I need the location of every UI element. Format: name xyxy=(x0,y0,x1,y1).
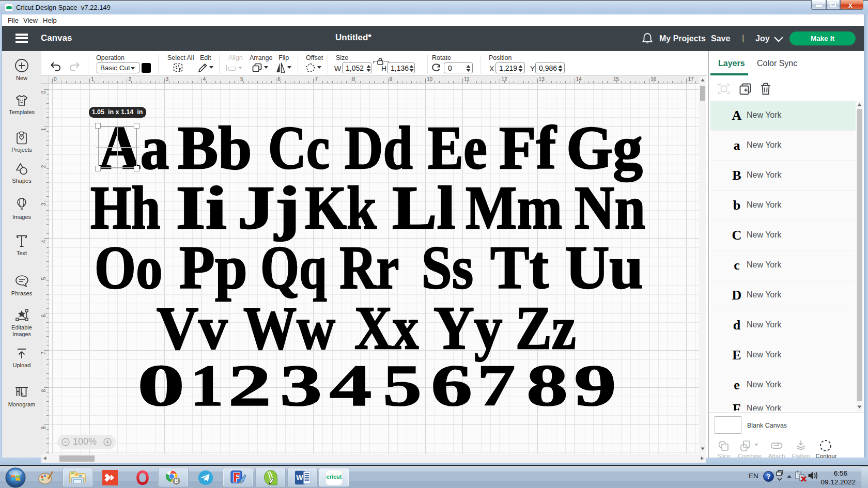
svg-text:3: 3 xyxy=(280,353,322,418)
svg-text:8: 8 xyxy=(526,353,568,418)
svg-text:Bb: Bb xyxy=(178,114,252,182)
svg-text:Nn: Nn xyxy=(575,174,645,241)
svg-text:5: 5 xyxy=(383,353,422,418)
svg-text:9: 9 xyxy=(574,353,616,418)
svg-text:Ff: Ff xyxy=(499,114,557,182)
svg-text:Ee: Ee xyxy=(428,114,487,181)
svg-text:Xx: Xx xyxy=(354,294,419,362)
svg-text:0: 0 xyxy=(137,353,185,418)
svg-text:Zz: Zz xyxy=(516,294,576,361)
svg-text:B: B xyxy=(175,478,178,484)
svg-text:6: 6 xyxy=(431,353,473,418)
svg-text:Ll: Ll xyxy=(392,174,456,242)
svg-text:Dd: Dd xyxy=(345,114,413,181)
svg-text:4: 4 xyxy=(330,353,372,418)
svg-text:Mm: Mm xyxy=(466,174,562,241)
svg-text:Jj: Jj xyxy=(237,174,300,242)
svg-text:Oo: Oo xyxy=(95,233,163,301)
svg-text:Rr: Rr xyxy=(339,233,399,302)
svg-text:Ss: Ss xyxy=(422,233,474,302)
svg-text:Pp: Pp xyxy=(179,233,247,301)
svg-text:2: 2 xyxy=(228,353,271,418)
svg-text:7: 7 xyxy=(477,353,516,418)
svg-text:Gg: Gg xyxy=(566,114,643,182)
svg-text:Cc: Cc xyxy=(268,114,330,182)
svg-text:?: ? xyxy=(767,473,770,481)
svg-text:Tt: Tt xyxy=(490,233,549,301)
svg-text:Uu: Uu xyxy=(565,233,643,302)
svg-text:W: W xyxy=(296,474,303,482)
svg-text:Kk: Kk xyxy=(305,173,377,241)
svg-text:1: 1 xyxy=(190,353,224,418)
svg-text:Hh: Hh xyxy=(90,173,160,241)
svg-text:Ww: Ww xyxy=(243,294,335,361)
svg-text:Ii: Ii xyxy=(176,174,226,241)
svg-text:Vv: Vv xyxy=(157,294,228,362)
svg-text:Qq: Qq xyxy=(260,233,327,301)
svg-text:Yy: Yy xyxy=(433,294,502,362)
